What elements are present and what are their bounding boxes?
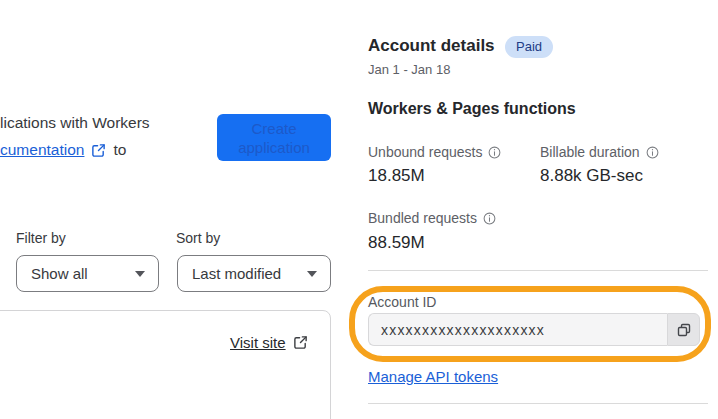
filter-by-label: Filter by: [16, 230, 66, 246]
unbound-requests-label: Unbound requests: [368, 144, 501, 160]
divider: [368, 403, 708, 404]
billing-date-range: Jan 1 - Jan 18: [368, 62, 450, 77]
project-card: [0, 310, 331, 419]
bundled-requests-label: Bundled requests: [368, 210, 496, 226]
account-details-title: Account details: [368, 36, 495, 56]
intro-text-line1: lications with Workers: [0, 114, 150, 132]
external-link-icon: [91, 143, 106, 158]
create-application-button[interactable]: Create application: [217, 114, 331, 161]
account-id-input[interactable]: [368, 313, 667, 346]
intro-text-line2: cumentation to: [0, 141, 126, 159]
usage-section-heading: Workers & Pages functions: [368, 100, 576, 118]
info-icon[interactable]: [646, 146, 659, 159]
stat-label-text: Bundled requests: [368, 210, 477, 226]
visit-site-link[interactable]: Visit site: [230, 334, 308, 351]
stat-label-text: Unbound requests: [368, 144, 482, 160]
sort-dropdown[interactable]: Last modified: [177, 255, 331, 292]
plan-badge: Paid: [505, 36, 553, 58]
intro-text-suffix: to: [113, 141, 126, 159]
manage-api-tokens-link[interactable]: Manage API tokens: [368, 368, 498, 385]
info-icon[interactable]: [483, 212, 496, 225]
account-id-label: Account ID: [368, 294, 436, 310]
sort-dropdown-value: Last modified: [192, 265, 281, 282]
chevron-down-icon: [307, 271, 317, 277]
stat-label-text: Billable duration: [540, 144, 640, 160]
sort-by-label: Sort by: [176, 230, 220, 246]
account-id-field-group: [368, 313, 700, 346]
billable-duration-value: 8.88k GB-sec: [540, 166, 643, 186]
copy-account-id-button[interactable]: [667, 313, 700, 346]
filter-dropdown-value: Show all: [31, 265, 88, 282]
filter-dropdown[interactable]: Show all: [16, 255, 159, 292]
bundled-requests-value: 88.59M: [368, 233, 425, 253]
info-icon[interactable]: [488, 146, 501, 159]
copy-icon: [676, 322, 692, 338]
unbound-requests-value: 18.85M: [368, 166, 425, 186]
billable-duration-label: Billable duration: [540, 144, 659, 160]
workers-pages-dashboard: lications with Workers cumentation to Cr…: [0, 0, 718, 419]
divider: [368, 270, 708, 271]
documentation-link[interactable]: cumentation: [0, 141, 84, 159]
chevron-down-icon: [135, 271, 145, 277]
visit-site-label: Visit site: [230, 334, 286, 351]
external-link-icon: [293, 335, 308, 350]
